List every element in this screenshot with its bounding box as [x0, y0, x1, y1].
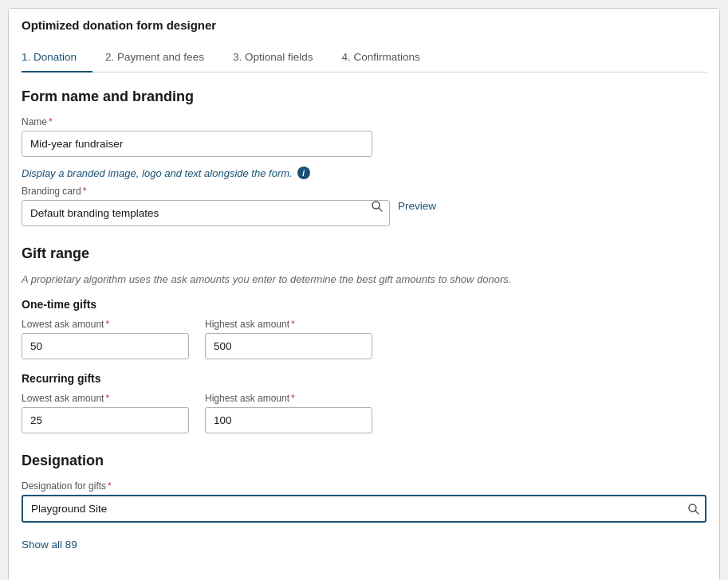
- recurring-lowest-label: Lowest ask amount*: [22, 393, 189, 404]
- designation-input-wrapper: [22, 495, 706, 523]
- tab-payment[interactable]: 2. Payment and fees: [105, 43, 220, 72]
- recurring-highest-required: *: [291, 393, 295, 404]
- recurring-gifts-row: Lowest ask amount* Highest ask amount*: [22, 393, 706, 433]
- branding-search-button[interactable]: [371, 200, 384, 213]
- recurring-gifts-title: Recurring gifts: [22, 372, 706, 385]
- one-time-lowest-label: Lowest ask amount*: [22, 319, 189, 330]
- show-all-link[interactable]: Show all 89: [22, 532, 77, 554]
- gift-range-section: Gift range A proprietary algorithm uses …: [22, 245, 706, 433]
- recurring-lowest-required: *: [105, 393, 109, 404]
- branding-label: Branding card*: [22, 186, 390, 197]
- one-time-lowest-required: *: [105, 319, 109, 330]
- name-label: Name*: [22, 116, 372, 127]
- gift-range-title: Gift range: [22, 245, 706, 262]
- designation-required-star: *: [108, 480, 112, 492]
- designation-form-group: Designation for gifts*: [22, 480, 706, 523]
- recurring-highest-input[interactable]: [205, 407, 372, 433]
- branding-input[interactable]: [22, 200, 390, 226]
- designation-label: Designation for gifts*: [22, 480, 706, 492]
- app-title: Optimized donation form designer: [22, 18, 706, 32]
- one-time-lowest-group: Lowest ask amount*: [22, 319, 189, 359]
- recurring-lowest-group: Lowest ask amount*: [22, 393, 189, 433]
- one-time-highest-input[interactable]: [205, 333, 372, 359]
- gift-range-description: A proprietary algorithm uses the ask amo…: [22, 273, 706, 285]
- svg-line-1: [379, 208, 382, 211]
- one-time-gifts-title: One-time gifts: [22, 298, 706, 311]
- preview-link[interactable]: Preview: [398, 200, 436, 212]
- main-content: Form name and branding Name* Display a b…: [9, 72, 719, 580]
- one-time-lowest-input[interactable]: [22, 333, 189, 359]
- name-input[interactable]: [22, 131, 372, 157]
- one-time-highest-required: *: [291, 319, 295, 330]
- designation-section: Designation Designation for gifts* Show …: [22, 453, 706, 554]
- recurring-lowest-input[interactable]: [22, 407, 189, 433]
- svg-line-3: [695, 511, 698, 514]
- one-time-highest-label: Highest ask amount*: [205, 319, 372, 330]
- designation-title: Designation: [22, 453, 706, 469]
- tab-donation[interactable]: 1. Donation: [22, 43, 92, 72]
- designation-input[interactable]: [22, 495, 706, 523]
- name-required-star: *: [49, 116, 53, 127]
- recurring-highest-group: Highest ask amount*: [205, 393, 372, 433]
- branding-required-star: *: [83, 186, 87, 197]
- tabs-nav: 1. Donation 2. Payment and fees 3. Optio…: [22, 43, 706, 72]
- recurring-highest-label: Highest ask amount*: [205, 393, 372, 404]
- app-header: Optimized donation form designer 1. Dona…: [9, 9, 719, 72]
- tab-optional[interactable]: 3. Optional fields: [233, 43, 329, 72]
- branding-row: Branding card* Preview: [22, 186, 436, 226]
- branding-input-wrapper: Branding card*: [22, 186, 390, 226]
- form-name-section: Form name and branding Name* Display a b…: [22, 88, 706, 226]
- app-container: Optimized donation form designer 1. Dona…: [8, 8, 720, 580]
- tab-confirmations[interactable]: 4. Confirmations: [341, 43, 435, 72]
- branding-note: Display a branded image, logo and text a…: [22, 167, 706, 179]
- designation-search-button[interactable]: [687, 503, 700, 515]
- name-form-group: Name*: [22, 116, 372, 157]
- info-icon[interactable]: i: [297, 167, 310, 179]
- form-name-section-title: Form name and branding: [22, 88, 706, 105]
- one-time-gifts-row: Lowest ask amount* Highest ask amount*: [22, 319, 706, 359]
- one-time-highest-group: Highest ask amount*: [205, 319, 372, 359]
